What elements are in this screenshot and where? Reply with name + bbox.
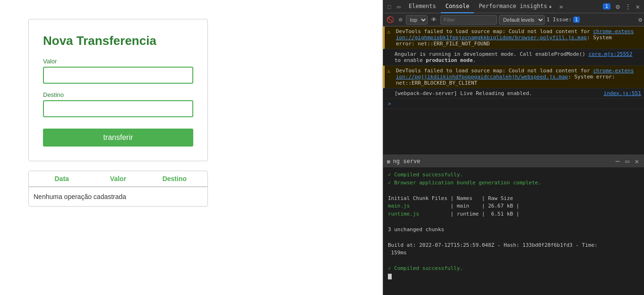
terminal-line-12 <box>388 257 639 265</box>
issues-label: 1 Issue: 1 <box>547 17 580 23</box>
destino-group: Destino <box>43 91 193 117</box>
app-panel: Nova Transferencia Valor Destino transfe… <box>0 0 383 295</box>
transfer-button[interactable]: transferir <box>43 129 193 147</box>
destino-label: Destino <box>43 91 193 98</box>
terminal-body: ✓ Compiled successfully. ✓ Browser appli… <box>383 167 644 295</box>
col-destino: Destino <box>146 175 203 182</box>
terminal-minimize-btn[interactable]: ─ <box>614 157 621 165</box>
destino-input[interactable] <box>43 100 193 117</box>
filter-input[interactable] <box>440 15 497 25</box>
terminal-line-14 <box>388 273 639 281</box>
warning-icon-2: ⚠ <box>387 68 390 74</box>
tab-elements[interactable]: Elements <box>404 0 441 13</box>
terminal-icon: ▣ <box>387 158 390 165</box>
chrome-ext-link-2[interactable]: chrome-extension://pgjjikdiikinhdfpoppga… <box>396 68 634 80</box>
index-js-link[interactable]: index.js:551 <box>604 90 641 96</box>
terminal-line-3 <box>388 187 639 195</box>
valor-input[interactable] <box>43 67 193 84</box>
devtools-panel: ⬚ ▭ Elements Console Performance insight… <box>383 0 644 295</box>
form-card: Nova Transferencia Valor Destino transfe… <box>28 19 208 161</box>
chrome-ext-link-1[interactable]: chrome-extension://gighmpiobk1fepjocnamg… <box>396 28 634 41</box>
devtools-close-icon[interactable]: ✕ <box>634 3 642 10</box>
console-toolbar: 🚫 ⊘ top 👁 Default levels 1 Issue: 1 ⚙ <box>383 13 644 26</box>
console-gear-icon[interactable]: ⚙ <box>638 16 642 23</box>
terminal-line-5: main.js | main | 26.67 kB | <box>388 202 639 210</box>
tab-performance[interactable]: Performance insights ▲ <box>474 0 556 13</box>
console-prompt[interactable]: > <box>383 99 644 109</box>
context-select[interactable]: top <box>406 15 428 25</box>
terminal-line-4: Initial Chunk Files | Names | Raw Size <box>388 195 639 203</box>
eye-icon[interactable]: 👁 <box>429 16 438 23</box>
terminal-line-9 <box>388 234 639 242</box>
console-message-info-1: Angular is running in development mode. … <box>383 49 644 66</box>
issue-badge: 1 <box>573 17 580 23</box>
terminal-titlebar: ▣ ng serve ─ ▭ ✕ <box>383 155 644 167</box>
settings-icon[interactable]: ⚙ <box>613 3 622 10</box>
inspect-icon[interactable]: ⬚ <box>385 2 394 11</box>
table-card: Data Valor Destino Nenhuma operação cada… <box>28 171 208 207</box>
devtools-more-icon[interactable]: ⋮ <box>622 3 634 10</box>
tab-console[interactable]: Console <box>441 0 474 13</box>
table-empty-message: Nenhuma operação cadastrada <box>29 187 207 206</box>
console-message-info-2: [webpack-dev-server] Live Reloading enab… <box>383 88 644 99</box>
valor-group: Valor <box>43 58 193 84</box>
terminal-line-10: Build at: 2022-07-12T15:25:59.048Z - Has… <box>388 242 639 250</box>
levels-select[interactable]: Default levels <box>499 15 545 25</box>
terminal-line-11: 159ms <box>388 249 639 257</box>
terminal-line-6: runtime.js | runtime | 6.51 kB | <box>388 210 639 218</box>
form-title: Nova Transferencia <box>43 34 193 48</box>
table-header: Data Valor Destino <box>29 171 207 187</box>
console-message-warning-2: ⚠ DevTools failed to load source map: Co… <box>383 66 644 88</box>
core-mjs-link[interactable]: core.mjs:25552 <box>589 51 633 57</box>
col-valor: Valor <box>90 175 146 182</box>
terminal-line-2: ✓ Browser application bundle generation … <box>388 179 639 187</box>
col-data: Data <box>34 175 90 182</box>
perf-chevron-icon: ▲ <box>549 4 551 9</box>
terminal-line-1: ✓ Compiled successfully. <box>388 171 639 179</box>
console-messages: ⚠ DevTools failed to load source map: Co… <box>383 26 644 155</box>
terminal-line-13: ✓ Compiled successfully. <box>388 265 639 273</box>
terminal-restore-btn[interactable]: ▭ <box>624 157 630 165</box>
clear-console-icon[interactable]: 🚫 <box>385 16 395 23</box>
device-icon[interactable]: ▭ <box>395 2 403 11</box>
terminal-window: ▣ ng serve ─ ▭ ✕ ✓ Compiled successfully… <box>383 155 644 295</box>
terminal-line-7 <box>388 218 639 226</box>
console-message-warning-1: ⚠ DevTools failed to load source map: Co… <box>383 26 644 49</box>
terminal-line-8: 3 unchanged chunks <box>388 226 639 234</box>
terminal-close-btn[interactable]: ✕ <box>634 157 640 165</box>
valor-label: Valor <box>43 58 193 65</box>
console-badge: 1 <box>603 3 610 9</box>
warning-icon-1: ⚠ <box>387 28 390 35</box>
devtools-tabs-bar: ⬚ ▭ Elements Console Performance insight… <box>383 0 644 13</box>
more-tabs-icon[interactable]: » <box>556 3 566 10</box>
terminal-title: ng serve <box>393 158 421 165</box>
filter-icon[interactable]: ⊘ <box>397 16 404 23</box>
